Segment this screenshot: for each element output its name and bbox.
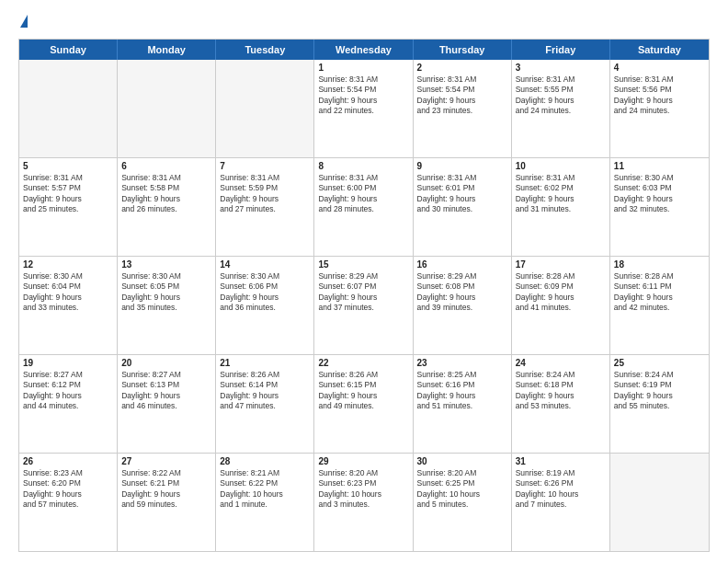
calendar: SundayMondayTuesdayWednesdayThursdayFrid… — [18, 39, 710, 552]
day-info-text: Sunrise: 8:31 AM Sunset: 5:58 PM Dayligh… — [121, 173, 211, 215]
calendar-day-31: 31Sunrise: 8:19 AM Sunset: 6:26 PM Dayli… — [512, 454, 610, 551]
day-info-text: Sunrise: 8:31 AM Sunset: 5:54 PM Dayligh… — [417, 75, 507, 117]
calendar-day-9: 9Sunrise: 8:31 AM Sunset: 6:01 PM Daylig… — [414, 158, 512, 256]
day-info-text: Sunrise: 8:30 AM Sunset: 6:06 PM Dayligh… — [220, 271, 310, 314]
calendar-day-10: 10Sunrise: 8:31 AM Sunset: 6:02 PM Dayli… — [512, 158, 610, 256]
calendar-day-6: 6Sunrise: 8:31 AM Sunset: 5:58 PM Daylig… — [118, 158, 216, 256]
day-info-text: Sunrise: 8:31 AM Sunset: 6:00 PM Dayligh… — [318, 173, 408, 215]
day-info-text: Sunrise: 8:24 AM Sunset: 6:19 PM Dayligh… — [614, 370, 705, 412]
calendar-day-22: 22Sunrise: 8:26 AM Sunset: 6:15 PM Dayli… — [314, 355, 413, 453]
calendar-day-28: 28Sunrise: 8:21 AM Sunset: 6:22 PM Dayli… — [216, 454, 314, 551]
calendar-day-11: 11Sunrise: 8:30 AM Sunset: 6:03 PM Dayli… — [610, 158, 709, 256]
header — [18, 15, 710, 29]
day-number: 20 — [121, 358, 211, 368]
calendar-day-12: 12Sunrise: 8:30 AM Sunset: 6:04 PM Dayli… — [19, 257, 118, 354]
day-number: 2 — [417, 63, 507, 73]
calendar-empty-cell — [610, 454, 709, 551]
day-info-text: Sunrise: 8:27 AM Sunset: 6:13 PM Dayligh… — [121, 370, 211, 412]
calendar-day-30: 30Sunrise: 8:20 AM Sunset: 6:25 PM Dayli… — [414, 454, 512, 551]
weekday-header-friday: Friday — [512, 40, 610, 60]
calendar-empty-cell — [118, 60, 216, 157]
calendar-day-5: 5Sunrise: 8:31 AM Sunset: 5:57 PM Daylig… — [19, 158, 118, 256]
day-number: 30 — [417, 456, 507, 466]
day-number: 22 — [318, 358, 408, 368]
calendar-week-1: 1Sunrise: 8:31 AM Sunset: 5:54 PM Daylig… — [19, 60, 709, 158]
page: SundayMondayTuesdayWednesdayThursdayFrid… — [0, 0, 728, 563]
day-number: 19 — [23, 358, 113, 368]
day-info-text: Sunrise: 8:27 AM Sunset: 6:12 PM Dayligh… — [23, 370, 113, 412]
day-number: 26 — [23, 456, 113, 466]
weekday-header-monday: Monday — [118, 40, 216, 60]
calendar-day-13: 13Sunrise: 8:30 AM Sunset: 6:05 PM Dayli… — [118, 257, 216, 354]
calendar-day-2: 2Sunrise: 8:31 AM Sunset: 5:54 PM Daylig… — [414, 60, 512, 157]
day-number: 14 — [220, 259, 310, 270]
day-number: 13 — [121, 259, 211, 270]
day-info-text: Sunrise: 8:19 AM Sunset: 6:26 PM Dayligh… — [516, 468, 606, 511]
day-info-text: Sunrise: 8:29 AM Sunset: 6:08 PM Dayligh… — [417, 271, 507, 314]
calendar-day-3: 3Sunrise: 8:31 AM Sunset: 5:55 PM Daylig… — [512, 60, 610, 157]
day-number: 6 — [121, 161, 211, 171]
calendar-day-14: 14Sunrise: 8:30 AM Sunset: 6:06 PM Dayli… — [216, 257, 314, 354]
day-number: 17 — [516, 259, 606, 270]
day-number: 25 — [614, 358, 705, 368]
calendar-week-4: 19Sunrise: 8:27 AM Sunset: 6:12 PM Dayli… — [19, 355, 709, 454]
day-info-text: Sunrise: 8:31 AM Sunset: 5:55 PM Dayligh… — [516, 75, 606, 117]
day-info-text: Sunrise: 8:31 AM Sunset: 5:56 PM Dayligh… — [614, 75, 705, 117]
logo — [18, 15, 28, 29]
day-info-text: Sunrise: 8:31 AM Sunset: 5:57 PM Dayligh… — [23, 173, 113, 215]
day-info-text: Sunrise: 8:25 AM Sunset: 6:16 PM Dayligh… — [417, 370, 507, 412]
day-number: 8 — [318, 161, 408, 171]
day-number: 4 — [614, 63, 705, 73]
day-info-text: Sunrise: 8:31 AM Sunset: 5:54 PM Dayligh… — [318, 75, 408, 117]
calendar-week-5: 26Sunrise: 8:23 AM Sunset: 6:20 PM Dayli… — [19, 454, 709, 551]
day-info-text: Sunrise: 8:28 AM Sunset: 6:11 PM Dayligh… — [614, 271, 705, 314]
day-info-text: Sunrise: 8:31 AM Sunset: 5:59 PM Dayligh… — [220, 173, 310, 215]
day-number: 1 — [318, 63, 408, 73]
calendar-day-27: 27Sunrise: 8:22 AM Sunset: 6:21 PM Dayli… — [118, 454, 216, 551]
day-number: 16 — [417, 259, 507, 270]
day-number: 24 — [516, 358, 606, 368]
calendar-week-2: 5Sunrise: 8:31 AM Sunset: 5:57 PM Daylig… — [19, 158, 709, 257]
day-number: 5 — [23, 161, 113, 171]
calendar-day-18: 18Sunrise: 8:28 AM Sunset: 6:11 PM Dayli… — [610, 257, 709, 354]
day-info-text: Sunrise: 8:30 AM Sunset: 6:04 PM Dayligh… — [23, 271, 113, 314]
day-number: 9 — [417, 161, 507, 171]
day-info-text: Sunrise: 8:28 AM Sunset: 6:09 PM Dayligh… — [516, 271, 606, 314]
calendar-day-4: 4Sunrise: 8:31 AM Sunset: 5:56 PM Daylig… — [610, 60, 709, 157]
day-number: 15 — [318, 259, 408, 270]
weekday-header-saturday: Saturday — [610, 40, 709, 60]
day-info-text: Sunrise: 8:30 AM Sunset: 6:05 PM Dayligh… — [121, 271, 211, 314]
calendar-header: SundayMondayTuesdayWednesdayThursdayFrid… — [19, 40, 709, 60]
weekday-header-tuesday: Tuesday — [216, 40, 314, 60]
calendar-day-21: 21Sunrise: 8:26 AM Sunset: 6:14 PM Dayli… — [216, 355, 314, 453]
weekday-header-thursday: Thursday — [414, 40, 512, 60]
day-number: 18 — [614, 259, 705, 270]
day-info-text: Sunrise: 8:29 AM Sunset: 6:07 PM Dayligh… — [318, 271, 408, 314]
day-number: 27 — [121, 456, 211, 466]
calendar-day-16: 16Sunrise: 8:29 AM Sunset: 6:08 PM Dayli… — [414, 257, 512, 354]
day-info-text: Sunrise: 8:31 AM Sunset: 6:02 PM Dayligh… — [516, 173, 606, 215]
calendar-day-26: 26Sunrise: 8:23 AM Sunset: 6:20 PM Dayli… — [19, 454, 118, 551]
calendar-empty-cell — [216, 60, 314, 157]
calendar-day-19: 19Sunrise: 8:27 AM Sunset: 6:12 PM Dayli… — [19, 355, 118, 453]
day-number: 11 — [614, 161, 705, 171]
calendar-day-24: 24Sunrise: 8:24 AM Sunset: 6:18 PM Dayli… — [512, 355, 610, 453]
day-info-text: Sunrise: 8:20 AM Sunset: 6:25 PM Dayligh… — [417, 468, 507, 511]
day-number: 10 — [516, 161, 606, 171]
day-number: 7 — [220, 161, 310, 171]
calendar-day-17: 17Sunrise: 8:28 AM Sunset: 6:09 PM Dayli… — [512, 257, 610, 354]
day-info-text: Sunrise: 8:24 AM Sunset: 6:18 PM Dayligh… — [516, 370, 606, 412]
calendar-day-20: 20Sunrise: 8:27 AM Sunset: 6:13 PM Dayli… — [118, 355, 216, 453]
calendar-day-8: 8Sunrise: 8:31 AM Sunset: 6:00 PM Daylig… — [314, 158, 413, 256]
day-number: 28 — [220, 456, 310, 466]
calendar-day-15: 15Sunrise: 8:29 AM Sunset: 6:07 PM Dayli… — [314, 257, 413, 354]
calendar-day-1: 1Sunrise: 8:31 AM Sunset: 5:54 PM Daylig… — [314, 60, 413, 157]
day-info-text: Sunrise: 8:26 AM Sunset: 6:14 PM Dayligh… — [220, 370, 310, 412]
calendar-day-29: 29Sunrise: 8:20 AM Sunset: 6:23 PM Dayli… — [314, 454, 413, 551]
day-number: 3 — [516, 63, 606, 73]
weekday-header-sunday: Sunday — [19, 40, 118, 60]
day-info-text: Sunrise: 8:20 AM Sunset: 6:23 PM Dayligh… — [318, 468, 408, 511]
day-info-text: Sunrise: 8:26 AM Sunset: 6:15 PM Dayligh… — [318, 370, 408, 412]
day-info-text: Sunrise: 8:21 AM Sunset: 6:22 PM Dayligh… — [220, 468, 310, 511]
day-number: 29 — [318, 456, 408, 466]
